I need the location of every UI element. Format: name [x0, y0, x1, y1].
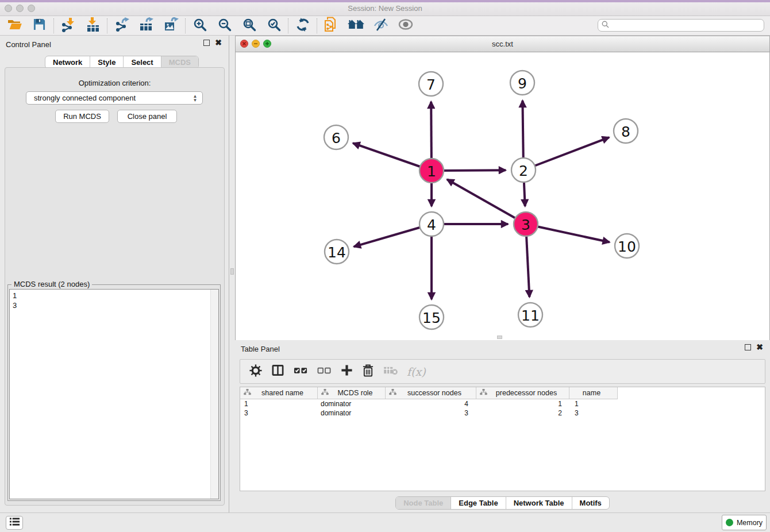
- tab-network-table[interactable]: Network Table: [506, 497, 572, 509]
- add-column-button[interactable]: [341, 364, 353, 379]
- zoom-selected-icon: [267, 18, 281, 34]
- column-header-name[interactable]: name: [569, 387, 618, 399]
- function-builder-button[interactable]: f(x): [407, 365, 426, 378]
- horizontal-splitter-handle[interactable]: [497, 336, 502, 339]
- tab-motifs[interactable]: Motifs: [572, 497, 609, 509]
- table-settings-button[interactable]: [249, 364, 262, 379]
- two-houses-icon: [348, 18, 364, 33]
- splitter-handle[interactable]: [230, 268, 234, 275]
- show-panels-button[interactable]: [6, 516, 23, 530]
- export-image-button[interactable]: [159, 17, 183, 35]
- export-image-icon: [164, 17, 179, 34]
- toolbar-separator: [317, 18, 317, 33]
- open-session-button[interactable]: [2, 17, 27, 35]
- cell-predecessor-nodes: 2: [476, 409, 569, 417]
- select-all-checkboxes-button[interactable]: [294, 366, 308, 377]
- show-all-button[interactable]: [393, 17, 418, 35]
- tab-node-table[interactable]: Node Table: [396, 497, 451, 509]
- tab-style[interactable]: Style: [90, 56, 124, 68]
- graph-edge-3-10[interactable]: [526, 224, 610, 242]
- float-panel-icon[interactable]: [203, 40, 210, 46]
- mcds-result-line: 3: [13, 301, 17, 310]
- duplicate-network-button[interactable]: [319, 17, 344, 35]
- mcds-result-text[interactable]: 1 3: [9, 289, 219, 499]
- float-panel-icon[interactable]: [745, 344, 751, 350]
- memory-status-icon: [726, 519, 733, 526]
- tree-icon: [480, 389, 487, 398]
- column-header-shared-name[interactable]: shared name: [240, 387, 318, 399]
- import-network-button[interactable]: [56, 17, 80, 35]
- node-table: shared name MCDS role successor nodes pr…: [240, 387, 765, 491]
- delete-column-button[interactable]: [362, 364, 374, 380]
- table-panel: Table Panel ✖ f(x): [235, 340, 770, 512]
- tab-edge-table[interactable]: Edge Table: [451, 497, 506, 509]
- network-frame-titlebar[interactable]: scc.txt: [236, 36, 769, 52]
- memory-label: Memory: [737, 519, 763, 527]
- column-label: shared name: [251, 389, 317, 397]
- import-table-button[interactable]: [80, 17, 105, 35]
- column-header-predecessor-nodes[interactable]: predecessor nodes: [476, 387, 569, 399]
- tab-select[interactable]: Select: [124, 56, 161, 68]
- criterion-dropdown[interactable]: strongly connected component ▲▼: [26, 91, 203, 105]
- graph-edge-2-8[interactable]: [523, 137, 609, 170]
- main-toolbar: [0, 16, 770, 36]
- column-header-mcds-role[interactable]: MCDS role: [318, 387, 386, 399]
- columns-button[interactable]: [271, 364, 284, 379]
- open-folder-icon: [7, 18, 22, 33]
- zoom-fit-button[interactable]: [237, 17, 261, 35]
- memory-button[interactable]: Memory: [722, 515, 767, 530]
- session-home-button[interactable]: [344, 17, 368, 35]
- run-mcds-button[interactable]: Run MCDS: [55, 110, 109, 123]
- hide-selection-button[interactable]: [368, 17, 393, 35]
- column-label: MCDS role: [329, 389, 385, 397]
- close-panel-button[interactable]: Close panel: [117, 110, 177, 123]
- window-titlebar: Session: New Session: [0, 0, 770, 16]
- toolbar-separator: [107, 18, 107, 33]
- table-tabs: Node Table Edge Table Network Table Moti…: [395, 496, 610, 510]
- export-network-button[interactable]: [109, 17, 134, 35]
- export-table-icon: [139, 17, 154, 34]
- table-row[interactable]: 1 dominator 4 1 1: [240, 399, 765, 408]
- refresh-button[interactable]: [290, 17, 315, 35]
- graph-node-label-2: 2: [519, 163, 528, 179]
- toolbar-separator: [185, 18, 186, 33]
- column-header-successor-nodes[interactable]: successor nodes: [386, 387, 476, 399]
- network-frame-title: scc.txt: [236, 40, 769, 48]
- close-panel-icon[interactable]: ✖: [215, 40, 222, 46]
- toolbar-separator: [288, 18, 288, 33]
- zoom-selected-button[interactable]: [261, 17, 286, 35]
- save-session-button[interactable]: [27, 17, 52, 35]
- graph-node-label-3: 3: [521, 217, 530, 233]
- cell-successor-nodes: 3: [386, 409, 476, 417]
- vertical-splitter[interactable]: [229, 36, 235, 512]
- mcds-result-scrollbar[interactable]: [210, 290, 218, 499]
- cytoscape-window: Session: New Session: [0, 0, 770, 532]
- export-table-button[interactable]: [134, 17, 159, 35]
- cell-mcds-role: dominator: [318, 400, 386, 408]
- delete-table-button[interactable]: [383, 365, 398, 377]
- table-panel-title: Table Panel: [241, 345, 280, 353]
- graph-edge-3-1[interactable]: [447, 179, 526, 224]
- refresh-icon: [296, 18, 310, 34]
- close-panel-icon[interactable]: ✖: [756, 344, 763, 350]
- tree-icon: [321, 389, 329, 398]
- export-network-icon: [114, 17, 129, 34]
- mcds-result-group: MCDS result (2 nodes) 1 3: [7, 284, 221, 501]
- table-row[interactable]: 3 dominator 3 2 3: [240, 408, 765, 418]
- eye-slash-icon: [374, 18, 388, 34]
- tab-network[interactable]: Network: [45, 56, 90, 68]
- search-input[interactable]: [611, 21, 764, 30]
- cell-mcds-role: dominator: [318, 409, 386, 417]
- network-graph-svg: 7968124314101511: [236, 52, 769, 340]
- zoom-out-button[interactable]: [212, 17, 237, 35]
- network-canvas[interactable]: 7968124314101511: [236, 52, 769, 340]
- tab-mcds[interactable]: MCDS: [161, 56, 198, 68]
- deselect-all-checkboxes-button[interactable]: [317, 366, 332, 377]
- cell-name: 1: [569, 400, 618, 408]
- mcds-result-line: 1: [13, 291, 17, 300]
- graph-node-label-11: 11: [521, 307, 540, 324]
- zoom-in-button[interactable]: [187, 17, 212, 35]
- search-field[interactable]: [598, 19, 764, 32]
- control-panel-title: Control Panel: [6, 40, 51, 49]
- graph-node-label-9: 9: [518, 75, 527, 92]
